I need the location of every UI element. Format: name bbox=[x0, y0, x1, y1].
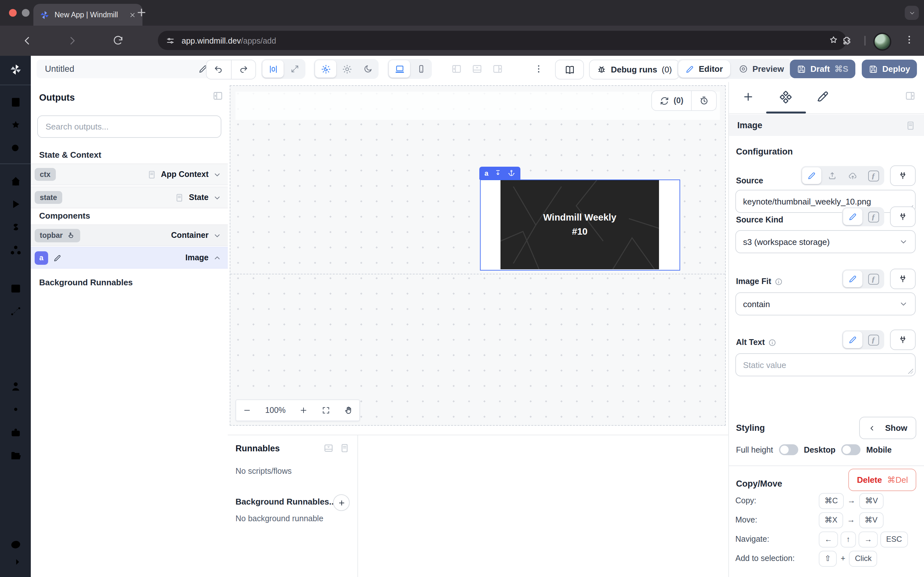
alt-text-plug-button[interactable] bbox=[890, 330, 916, 350]
fullwidth-expand-icon[interactable] bbox=[285, 64, 304, 74]
zoom-in-plus-icon[interactable] bbox=[299, 406, 308, 415]
folders-icon[interactable] bbox=[9, 450, 21, 462]
component-a-badge[interactable]: a bbox=[35, 251, 48, 264]
edit-id-pencil-icon[interactable] bbox=[51, 251, 64, 264]
settings-tab-components-icon[interactable] bbox=[779, 90, 792, 104]
mobile-view-button[interactable] bbox=[411, 64, 431, 74]
anchor-icon[interactable] bbox=[507, 169, 515, 177]
image-component-row[interactable]: a Image bbox=[31, 247, 228, 269]
state-output-row[interactable]: state State bbox=[31, 187, 228, 208]
refresh-components-button[interactable]: (0) bbox=[652, 96, 691, 105]
browser-tab[interactable]: New App | Windmill bbox=[33, 4, 142, 26]
add-background-runnable-button[interactable] bbox=[333, 494, 350, 511]
doc-icon[interactable] bbox=[147, 169, 156, 179]
workspace-icon[interactable] bbox=[9, 96, 21, 108]
chevron-down-icon[interactable] bbox=[213, 193, 221, 201]
outputs-search[interactable] bbox=[37, 115, 221, 138]
settings-gear-icon[interactable] bbox=[9, 403, 21, 416]
image-fit-select[interactable]: contain bbox=[735, 292, 916, 316]
topbar-badge[interactable]: topbar bbox=[35, 229, 80, 242]
insert-component-tab-plus-icon[interactable] bbox=[742, 90, 754, 103]
flows-route-icon[interactable] bbox=[9, 305, 21, 318]
workers-robot-icon[interactable] bbox=[9, 426, 21, 438]
selected-image-component[interactable]: a Windmill Weekly #10 bbox=[480, 179, 680, 271]
url-input[interactable]: app.windmill.dev/apps/add bbox=[158, 31, 846, 50]
topbar-container-region[interactable] bbox=[236, 92, 720, 120]
more-options-kebab-icon[interactable] bbox=[533, 63, 544, 77]
alt-text-pencil-button[interactable] bbox=[843, 332, 863, 348]
topbar-component-row[interactable]: topbar Container bbox=[31, 224, 228, 246]
schedules-calendar-icon[interactable] bbox=[9, 282, 21, 294]
resources-cubes-icon[interactable] bbox=[9, 244, 21, 256]
audit-logs-list-icon[interactable] bbox=[9, 472, 21, 485]
source-kind-select[interactable]: s3 (workspace storage) bbox=[735, 230, 916, 253]
pan-hand-icon[interactable] bbox=[344, 406, 352, 415]
expand-down-icon[interactable] bbox=[494, 169, 502, 177]
browser-menu-kebab-icon[interactable] bbox=[903, 34, 915, 48]
full-height-toggle[interactable] bbox=[779, 444, 798, 455]
image-fit-pencil-button[interactable] bbox=[843, 271, 863, 287]
debug-runs-button[interactable]: Debug runs (0) bbox=[589, 60, 680, 79]
forward-icon[interactable] bbox=[66, 35, 78, 47]
app-name-field[interactable]: Untitled bbox=[37, 60, 214, 78]
windmill-logo[interactable] bbox=[9, 63, 21, 76]
browser-profile-avatar[interactable] bbox=[873, 33, 891, 51]
delete-button[interactable]: Delete⌘Del bbox=[849, 469, 916, 491]
desktop-view-button[interactable] bbox=[389, 60, 410, 77]
collapse-arrow-right-icon[interactable] bbox=[9, 556, 21, 568]
chevron-down-icon[interactable] bbox=[213, 231, 221, 239]
styling-tab-brush-icon[interactable] bbox=[816, 90, 829, 103]
resize-handle[interactable] bbox=[908, 369, 913, 374]
undo-button[interactable] bbox=[207, 60, 231, 79]
collapse-panel-icon[interactable] bbox=[212, 90, 223, 101]
alt-text-fx-button[interactable]: ƒ bbox=[864, 332, 883, 348]
variables-dollar-icon[interactable] bbox=[9, 221, 21, 234]
source-kind-fx-button[interactable]: ƒ bbox=[864, 208, 883, 225]
collapse-settings-panel-icon[interactable] bbox=[905, 90, 916, 101]
docs-book-button[interactable] bbox=[555, 60, 584, 79]
system-theme-button[interactable] bbox=[315, 60, 336, 77]
site-settings-icon[interactable] bbox=[166, 35, 175, 45]
desktop-toggle[interactable] bbox=[841, 444, 861, 455]
back-icon[interactable] bbox=[21, 35, 33, 47]
source-connect-plug-button[interactable] bbox=[890, 165, 916, 186]
component-id-badge[interactable]: a bbox=[485, 169, 488, 177]
draft-button[interactable]: Draft ⌘S bbox=[790, 60, 855, 78]
ctx-output-row[interactable]: ctx App Context bbox=[31, 163, 228, 185]
editor-tab[interactable]: Editor bbox=[678, 60, 730, 77]
search-icon[interactable] bbox=[9, 142, 21, 155]
runs-play-icon[interactable] bbox=[9, 198, 21, 210]
extensions-puzzle-icon[interactable] bbox=[842, 35, 853, 46]
favorites-star-icon[interactable] bbox=[9, 119, 21, 131]
app-canvas[interactable]: (0) a bbox=[230, 85, 726, 426]
panel-right-toggle-icon[interactable] bbox=[492, 63, 503, 74]
collapse-panel-down-icon[interactable] bbox=[323, 443, 334, 453]
chevron-down-icon[interactable] bbox=[213, 170, 221, 179]
image-fit-plug-button[interactable] bbox=[890, 269, 916, 289]
doc-icon[interactable] bbox=[175, 193, 184, 202]
dark-theme-moon-icon[interactable] bbox=[358, 64, 377, 74]
source-s3-cloud-button[interactable] bbox=[843, 167, 863, 184]
user-icon[interactable] bbox=[9, 380, 21, 392]
styling-show-button[interactable]: Show bbox=[859, 417, 916, 439]
panel-bottom-toggle-icon[interactable] bbox=[472, 63, 483, 74]
new-tab-button[interactable] bbox=[135, 6, 148, 19]
centered-width-button[interactable] bbox=[262, 60, 284, 77]
redo-button[interactable] bbox=[231, 65, 255, 74]
history-button[interactable] bbox=[691, 91, 716, 110]
runnables-doc-icon[interactable] bbox=[339, 443, 350, 453]
source-static-pencil-button[interactable] bbox=[802, 167, 821, 184]
tab-search-chevron[interactable] bbox=[905, 6, 919, 20]
home-icon[interactable] bbox=[9, 175, 21, 187]
source-upload-button[interactable] bbox=[822, 167, 842, 184]
component-doc-icon[interactable] bbox=[905, 120, 916, 131]
outputs-search-input[interactable] bbox=[44, 121, 214, 132]
source-eval-fx-button[interactable]: ƒ bbox=[864, 167, 883, 184]
deploy-button[interactable]: Deploy bbox=[862, 60, 917, 78]
chevron-up-icon[interactable] bbox=[213, 253, 221, 262]
reload-icon[interactable] bbox=[112, 35, 124, 46]
state-badge[interactable]: state bbox=[35, 191, 62, 204]
ctx-badge[interactable]: ctx bbox=[35, 168, 55, 181]
info-icon[interactable] bbox=[774, 277, 783, 285]
info-icon[interactable] bbox=[768, 338, 776, 347]
